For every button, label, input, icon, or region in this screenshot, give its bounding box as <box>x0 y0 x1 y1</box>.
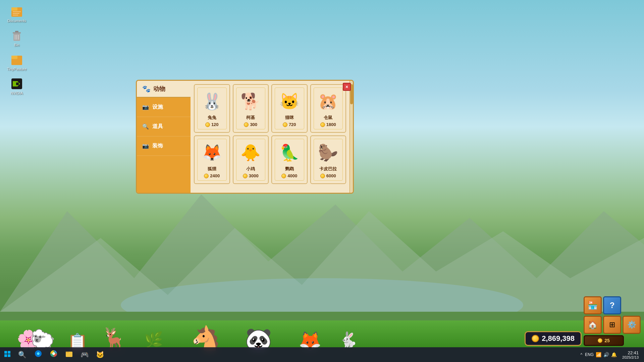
game-buttons-top-row: 🏪 ? <box>584 296 641 314</box>
help-button[interactable]: ? <box>603 296 621 314</box>
shop-item-hamster[interactable]: 🐹 仓鼠 1800 <box>310 84 346 133</box>
capybara-sprite: 🦫 <box>316 141 340 165</box>
small-coin-display[interactable]: 25 <box>584 335 624 346</box>
taskbar-right: ^ ENG 📶 🔊 🔔 22:41 2025/2/13 <box>580 350 644 359</box>
wifi-icon[interactable]: 📶 <box>596 352 601 357</box>
scene-rabbit: 🐇 <box>339 331 358 349</box>
svg-point-25 <box>52 352 55 355</box>
desktop-icon-recycle-bin[interactable]: Bin <box>3 27 30 48</box>
shop-item-chick[interactable]: 🐥 小鸡 3000 <box>233 135 269 184</box>
small-coin-icon <box>598 338 602 343</box>
nvidia-icon <box>10 77 23 90</box>
hamster-coin-icon <box>320 122 325 127</box>
animals-header-icon: 🐾 <box>142 85 151 93</box>
game-buttons-group: 🏪 ? 🏠 ⊞ ⚙️ 25 <box>584 296 641 346</box>
hamster-inner: 🐹 仓鼠 1800 <box>314 87 343 129</box>
fox-name: 狐狸 <box>208 166 216 172</box>
lang-indicator[interactable]: ENG <box>585 352 594 357</box>
cat-coin-icon <box>283 122 287 127</box>
svg-rect-10 <box>15 31 18 32</box>
tools-label: 道具 <box>152 123 163 130</box>
corgi-sprite: 🐕 <box>239 90 262 113</box>
recycle-bin-label: Bin <box>14 43 19 47</box>
taskbar-app-steam[interactable]: 🎮 <box>77 347 92 362</box>
small-coin-amount: 25 <box>604 338 610 343</box>
fox-price: 2400 <box>204 173 220 178</box>
notification-icon[interactable]: 🔔 <box>611 352 617 357</box>
recycle-bin-icon <box>10 29 23 42</box>
fox-inner: 🦊 狐狸 2400 <box>197 139 227 181</box>
parrot-inner: 🦜 鹦鹉 4000 <box>275 139 304 181</box>
svg-rect-18 <box>16 82 19 85</box>
capybara-inner: 🦫 卡皮巴拉 6000 <box>314 139 343 181</box>
decor-icon: 📷 <box>142 143 149 149</box>
game-buttons-bottom-row: 25 <box>584 335 641 346</box>
coin-display-icon <box>532 335 539 342</box>
cat-inner: 🐱 猫咪 720 <box>275 87 304 129</box>
capybara-price-value: 6000 <box>326 173 336 178</box>
shop-item-capybara[interactable]: 🦫 卡皮巴拉 6000 <box>310 135 346 184</box>
svg-rect-20 <box>8 351 10 354</box>
sidebar-item-tools[interactable]: 🔍 道具 <box>137 117 191 136</box>
taskbar-app-explorer[interactable] <box>62 347 76 362</box>
desktop-icon-documents[interactable]: Documents <box>3 3 30 24</box>
sound-icon[interactable]: 🔊 <box>603 352 609 357</box>
shop-item-fox[interactable]: 🦊 狐狸 2400 <box>194 135 230 184</box>
hamster-price-value: 1800 <box>326 122 336 127</box>
shop-item-corgi[interactable]: 🐕 柯基 300 <box>233 84 269 133</box>
cat-price: 720 <box>283 122 296 127</box>
taskbar-search-button[interactable]: 🔍 <box>15 347 30 362</box>
clock-date: 2025/2/13 <box>622 355 639 359</box>
tinypasture-label: TinyPasture <box>7 67 26 71</box>
steam-icon: 🎮 <box>80 351 89 359</box>
taskbar-app-chrome[interactable] <box>46 347 61 362</box>
taskbar-app-edge[interactable] <box>31 347 46 362</box>
capybara-price: 6000 <box>320 173 336 178</box>
taskbar-clock[interactable]: 22:41 2025/2/13 <box>620 350 641 359</box>
sidebar-item-facility[interactable]: 📷 设施 <box>137 98 191 117</box>
svg-rect-9 <box>13 32 21 34</box>
parrot-price-value: 4000 <box>287 173 297 178</box>
shop-scrollbar[interactable] <box>350 81 353 193</box>
shop-item-bunny[interactable]: 🐰 兔兔 120 <box>194 84 230 133</box>
bunny-sprite: 🐰 <box>200 90 224 113</box>
nvidia-label: NVIDIA <box>11 91 23 95</box>
corgi-inner: 🐕 柯基 300 <box>236 87 266 129</box>
shop-item-cat[interactable]: 🐱 猫咪 720 <box>271 84 308 133</box>
home-button[interactable]: 🏠 <box>584 316 602 334</box>
hamster-name: 仓鼠 <box>324 115 332 121</box>
shop-sidebar-header: 🐾 动物 <box>137 81 191 98</box>
close-icon: × <box>345 84 348 89</box>
desktop-icons-area: Documents Bin TinyPasture <box>3 3 30 97</box>
desktop-icon-nvidia[interactable]: NVIDIA <box>3 76 30 97</box>
svg-rect-22 <box>8 354 10 357</box>
capybara-name: 卡皮巴拉 <box>319 166 337 172</box>
game-buttons-mid-row: 🏠 ⊞ ⚙️ <box>584 316 641 334</box>
tinypasture-icon <box>10 53 23 66</box>
fox-price-value: 2400 <box>210 173 220 178</box>
cat-sprite: 🐱 <box>278 90 301 113</box>
close-button[interactable]: × <box>343 83 351 91</box>
shop-button[interactable]: 🏪 <box>584 296 602 314</box>
capybara-coin-icon <box>320 174 325 178</box>
cat-name: 猫咪 <box>285 115 294 121</box>
sidebar-item-decor[interactable]: 📷 装饰 <box>137 136 191 156</box>
svg-rect-21 <box>4 354 7 357</box>
settings-button[interactable]: ⚙️ <box>623 316 641 334</box>
game-ui-area: 2,869,398 🏪 ? 🏠 ⊞ ⚙️ 25 <box>525 296 641 347</box>
documents-label: Documents <box>7 19 26 23</box>
hamster-price: 1800 <box>320 122 336 127</box>
desktop-icon-tinypasture[interactable]: TinyPasture <box>3 52 30 72</box>
fox-sprite: 🦊 <box>200 141 224 165</box>
shop-content[interactable]: 🐰 兔兔 120 🐕 柯基 300 <box>191 81 350 193</box>
decor-label: 装饰 <box>152 142 163 149</box>
chick-coin-icon <box>243 174 248 178</box>
grid-button[interactable]: ⊞ <box>603 316 621 334</box>
system-tray-expand[interactable]: ^ <box>580 352 582 357</box>
taskbar-app-5[interactable]: 🐱 <box>93 347 107 362</box>
shop-item-parrot[interactable]: 🦜 鹦鹉 4000 <box>271 135 308 184</box>
animals-header-text: 动物 <box>153 85 165 93</box>
clock-time: 22:41 <box>622 350 639 355</box>
start-button[interactable] <box>0 347 15 362</box>
chrome-icon <box>50 350 58 360</box>
